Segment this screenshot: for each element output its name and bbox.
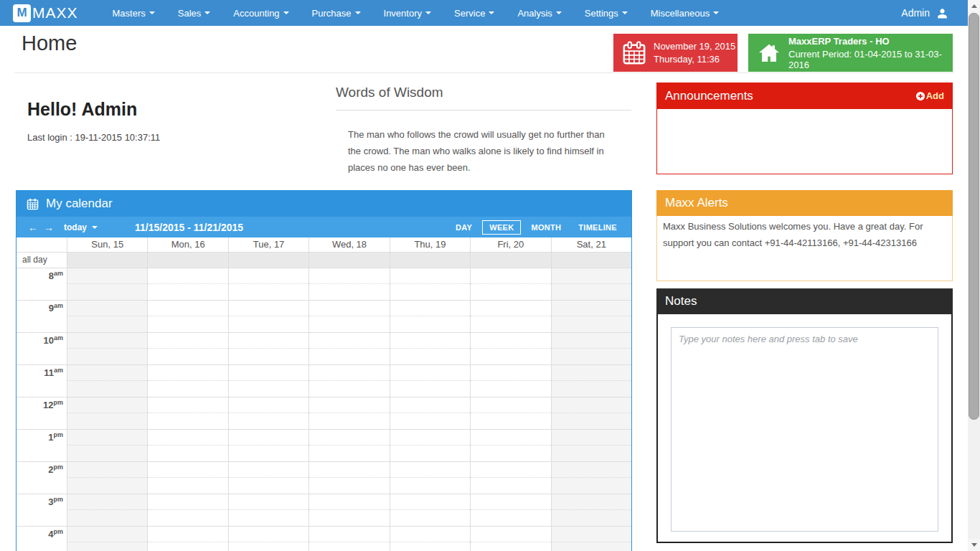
calendar-prev-button[interactable]: ←	[28, 222, 38, 233]
calendar-cell[interactable]	[390, 527, 470, 551]
calendar-cell[interactable]	[390, 494, 470, 526]
calendar-cell[interactable]	[390, 397, 470, 429]
calendar-cell[interactable]	[67, 268, 147, 300]
calendar-cell[interactable]	[551, 268, 631, 300]
calendar-cell[interactable]	[308, 462, 389, 494]
vertical-scrollbar[interactable]	[968, 0, 980, 551]
scroll-up-button[interactable]	[968, 0, 980, 12]
calendar-next-button[interactable]: →	[44, 222, 54, 233]
calendar-cell[interactable]	[551, 397, 631, 429]
calendar-cell[interactable]	[470, 494, 550, 526]
menu-item-settings[interactable]: Settings	[573, 0, 639, 26]
day-header[interactable]: Sat, 21	[551, 237, 631, 252]
calendar-cell[interactable]	[308, 365, 389, 397]
notes-input[interactable]	[671, 327, 938, 532]
calendar-cell[interactable]	[308, 494, 389, 526]
calendar-cell[interactable]	[147, 430, 227, 461]
calendar-cell[interactable]	[470, 462, 550, 494]
calendar-cell[interactable]	[308, 527, 389, 551]
user-menu[interactable]: Admin	[901, 7, 948, 19]
calendar-cell[interactable]	[308, 430, 389, 461]
calendar-cell[interactable]	[228, 333, 308, 364]
calendar-cell[interactable]	[67, 494, 147, 526]
scroll-down-button[interactable]	[968, 539, 980, 551]
calendar-cell[interactable]	[390, 430, 470, 461]
allday-cell[interactable]	[470, 253, 550, 268]
calendar-cell[interactable]	[551, 333, 631, 364]
calendar-cell[interactable]	[470, 301, 550, 332]
calendar-cell[interactable]	[147, 462, 227, 494]
calendar-cell[interactable]	[228, 430, 308, 461]
view-week-button[interactable]: WEEK	[482, 220, 521, 235]
scrollbar-thumb[interactable]	[969, 13, 979, 420]
calendar-cell[interactable]	[308, 268, 389, 300]
calendar-cell[interactable]	[470, 527, 550, 551]
day-header[interactable]: Tue, 17	[228, 237, 308, 252]
calendar-cell[interactable]	[67, 397, 147, 429]
calendar-cell[interactable]	[551, 494, 631, 526]
calendar-cell[interactable]	[551, 365, 631, 397]
calendar-cell[interactable]	[67, 365, 147, 397]
allday-cell[interactable]	[551, 253, 631, 268]
day-header[interactable]: Sun, 15	[67, 237, 147, 252]
menu-item-purchase[interactable]: Purchase	[301, 0, 372, 26]
menu-item-miscellaneous[interactable]: Miscellaneous	[639, 0, 730, 26]
view-timeline-button[interactable]: TIMELINE	[571, 220, 624, 235]
menu-item-service[interactable]: Service	[443, 0, 506, 26]
calendar-cell[interactable]	[390, 333, 470, 364]
calendar-cell[interactable]	[228, 494, 308, 526]
calendar-cell[interactable]	[551, 430, 631, 461]
menu-item-analysis[interactable]: Analysis	[506, 0, 573, 26]
calendar-cell[interactable]	[308, 301, 389, 332]
menu-item-sales[interactable]: Sales	[166, 0, 222, 26]
calendar-cell[interactable]	[390, 268, 470, 300]
calendar-cell[interactable]	[228, 301, 308, 332]
calendar-cell[interactable]	[228, 268, 308, 300]
allday-cell[interactable]	[308, 253, 389, 268]
calendar-cell[interactable]	[228, 397, 308, 429]
calendar-cell[interactable]	[551, 301, 631, 332]
view-month-button[interactable]: MONTH	[524, 220, 568, 235]
calendar-cell[interactable]	[67, 430, 147, 461]
calendar-cell[interactable]	[67, 301, 147, 332]
calendar-cell[interactable]	[551, 527, 631, 551]
calendar-cell[interactable]	[470, 268, 550, 300]
menu-item-inventory[interactable]: Inventory	[372, 0, 443, 26]
calendar-cell[interactable]	[147, 397, 227, 429]
calendar-cell[interactable]	[147, 333, 227, 364]
day-header[interactable]: Fri, 20	[470, 237, 550, 252]
calendar-cell[interactable]	[147, 365, 227, 397]
calendar-cell[interactable]	[147, 301, 227, 332]
allday-cell[interactable]	[67, 253, 147, 268]
calendar-cell[interactable]	[147, 527, 227, 551]
add-announcement-button[interactable]: Add	[915, 90, 944, 101]
calendar-cell[interactable]	[147, 494, 227, 526]
view-day-button[interactable]: DAY	[448, 220, 479, 235]
calendar-cell[interactable]	[551, 462, 631, 494]
day-header[interactable]: Thu, 19	[390, 237, 470, 252]
calendar-cell[interactable]	[308, 397, 389, 429]
calendar-cell[interactable]	[470, 333, 550, 364]
calendar-cell[interactable]	[67, 333, 147, 364]
menu-item-masters[interactable]: Masters	[101, 0, 166, 26]
calendar-cell[interactable]	[228, 462, 308, 494]
allday-cell[interactable]	[147, 253, 227, 268]
calendar-cell[interactable]	[308, 333, 389, 364]
calendar-cell[interactable]	[470, 397, 550, 429]
menu-item-accounting[interactable]: Accounting	[222, 0, 300, 26]
day-header[interactable]: Wed, 18	[308, 237, 389, 252]
day-header[interactable]: Mon, 16	[147, 237, 227, 252]
calendar-cell[interactable]	[470, 365, 550, 397]
calendar-cell[interactable]	[470, 430, 550, 461]
calendar-cell[interactable]	[390, 301, 470, 332]
allday-cell[interactable]	[390, 253, 470, 268]
calendar-cell[interactable]	[67, 462, 147, 494]
calendar-cell[interactable]	[390, 462, 470, 494]
calendar-cell[interactable]	[228, 527, 308, 551]
allday-cell[interactable]	[228, 253, 308, 268]
calendar-cell[interactable]	[67, 527, 147, 551]
calendar-cell[interactable]	[147, 268, 227, 300]
calendar-cell[interactable]	[228, 365, 308, 397]
calendar-today-button[interactable]: today	[64, 222, 98, 232]
calendar-cell[interactable]	[390, 365, 470, 397]
